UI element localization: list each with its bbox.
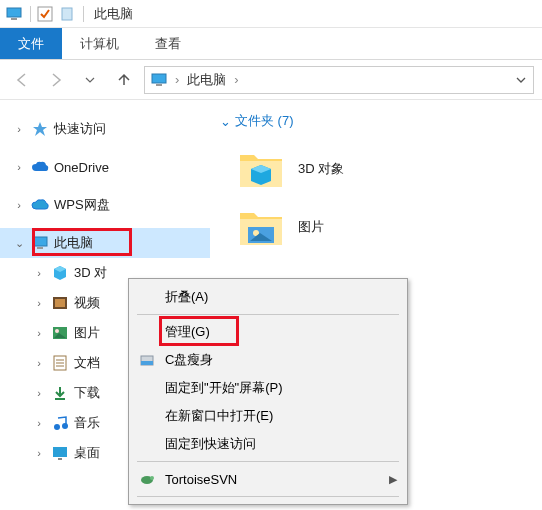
picture-icon [50,323,70,343]
recent-dropdown[interactable] [76,66,104,94]
submenu-arrow-icon: ▶ [389,473,397,486]
svg-point-17 [54,424,60,430]
ctx-label: TortoiseSVN [165,472,237,487]
expand-icon[interactable]: › [32,297,46,309]
chevron-right-icon[interactable]: › [175,72,179,87]
expand-icon[interactable]: › [32,327,46,339]
tab-computer[interactable]: 计算机 [62,28,137,59]
tree-quick-access[interactable]: › 快速访问 [0,114,210,144]
window-title: 此电脑 [94,5,133,23]
tortoise-icon [137,469,157,489]
expand-icon[interactable]: › [12,123,26,135]
tree-label: WPS网盘 [54,196,110,214]
address-bar[interactable]: › 此电脑 › [144,66,534,94]
blank-icon [137,434,157,454]
expand-icon[interactable]: › [32,387,46,399]
chevron-right-icon[interactable]: › [234,72,238,87]
svg-rect-0 [7,8,21,17]
svg-rect-19 [53,447,67,457]
blank-icon [137,322,157,342]
qat-dropdown-icon[interactable] [57,4,77,24]
folder-pictures[interactable]: 图片 [238,198,542,256]
separator [137,496,399,497]
document-icon [50,353,70,373]
tree-label: 下载 [74,384,100,402]
section-label: 文件夹 (7) [235,112,294,130]
film-icon [50,293,70,313]
ctx-label: 折叠(A) [165,288,208,306]
up-button[interactable] [110,66,138,94]
tree-label: 音乐 [74,414,100,432]
expand-icon[interactable]: › [12,161,26,173]
desktop-icon [50,443,70,463]
tab-file-label: 文件 [18,35,44,53]
ctx-label: 固定到快速访问 [165,435,256,453]
svg-point-26 [150,476,154,480]
ctx-tortoise-svn[interactable]: TortoiseSVN ▶ [131,465,405,493]
svg-rect-24 [141,361,153,365]
ctx-c-slim[interactable]: C盘瘦身 [131,346,405,374]
tree-this-pc[interactable]: ⌄ 此电脑 [0,228,210,258]
svg-rect-9 [55,299,65,307]
ctx-collapse[interactable]: 折叠(A) [131,283,405,311]
chevron-down-icon: ⌄ [220,114,231,129]
blank-icon [137,287,157,307]
blank-icon [137,378,157,398]
nav-bar: › 此电脑 › [0,60,542,100]
tree-label: 3D 对 [74,264,107,282]
star-icon [30,119,50,139]
expand-icon[interactable]: › [32,447,46,459]
tree-wps[interactable]: › WPS网盘 [0,190,210,220]
tab-computer-label: 计算机 [80,35,119,53]
pc-icon [4,4,24,24]
tree-label: 桌面 [74,444,100,462]
breadcrumb-root[interactable]: 此电脑 [187,71,226,89]
svg-rect-20 [58,458,62,460]
dropdown-icon[interactable] [515,74,527,86]
tree-label: 此电脑 [54,234,93,252]
forward-button[interactable] [42,66,70,94]
music-icon [50,413,70,433]
expand-icon[interactable]: › [12,199,26,211]
tree-label: 图片 [74,324,100,342]
cube-icon [50,263,70,283]
folder-icon [238,204,284,250]
expand-icon[interactable]: › [32,267,46,279]
download-icon [50,383,70,403]
disk-icon [137,350,157,370]
ctx-pin-quick[interactable]: 固定到快速访问 [131,430,405,458]
svg-point-11 [55,329,59,333]
tree-label: OneDrive [54,160,109,175]
expand-icon[interactable]: › [32,357,46,369]
ctx-pin-start[interactable]: 固定到"开始"屏幕(P) [131,374,405,402]
context-menu: 折叠(A) 管理(G) C盘瘦身 固定到"开始"屏幕(P) 在新窗口中打开(E)… [128,278,408,505]
ctx-label: C盘瘦身 [165,351,213,369]
checkbox-icon[interactable] [35,4,55,24]
separator [137,314,399,315]
tab-file[interactable]: 文件 [0,28,62,59]
svg-rect-4 [152,74,166,83]
pc-icon [30,233,50,253]
tree-label: 快速访问 [54,120,106,138]
folder-3d-objects[interactable]: 3D 对象 [238,140,542,198]
svg-rect-7 [37,247,43,249]
blank-icon [137,406,157,426]
expand-icon[interactable]: › [32,417,46,429]
svg-rect-3 [62,8,72,20]
folder-label: 3D 对象 [298,160,344,178]
folders-section-header[interactable]: ⌄ 文件夹 (7) [220,112,542,130]
tab-view[interactable]: 查看 [137,28,199,59]
tree-onedrive[interactable]: › OneDrive [0,152,210,182]
separator [137,461,399,462]
back-button[interactable] [8,66,36,94]
ctx-label: 在新窗口中打开(E) [165,407,273,425]
cloud-icon [30,157,50,177]
tree-label: 视频 [74,294,100,312]
folder-icon [238,146,284,192]
svg-rect-1 [11,18,17,20]
ctx-manage[interactable]: 管理(G) [131,318,405,346]
separator [83,6,84,22]
ribbon-tabs: 文件 计算机 查看 [0,28,542,60]
collapse-icon[interactable]: ⌄ [12,237,26,250]
ctx-new-window[interactable]: 在新窗口中打开(E) [131,402,405,430]
